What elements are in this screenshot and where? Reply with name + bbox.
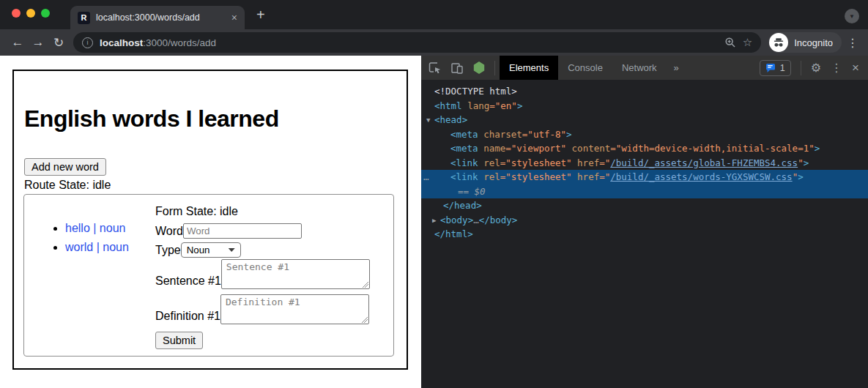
url-path: :3000/words/add	[143, 37, 216, 48]
definition-textarea[interactable]	[220, 294, 369, 324]
search-tabs-button[interactable]: ▼	[845, 9, 859, 23]
words-panel: hello | noun world | noun Form State: id…	[23, 194, 394, 357]
word-link[interactable]: hello | noun	[65, 222, 125, 234]
url-host: localhost	[100, 37, 143, 48]
tab-title: localhost:3000/words/add	[96, 12, 226, 23]
code-line[interactable]: ▶<body>…</body>	[421, 213, 868, 228]
close-window-button[interactable]	[12, 9, 21, 18]
minimize-window-button[interactable]	[26, 9, 35, 18]
chevron-down-icon: ▼	[849, 13, 855, 20]
site-info-icon[interactable]: i	[82, 37, 93, 48]
chevron-down-icon	[229, 248, 235, 252]
form-state-text: Form State: idle	[155, 205, 387, 218]
list-item: world | noun	[65, 238, 155, 257]
device-toolbar-icon[interactable]	[450, 61, 464, 75]
definition-label: Definition #1	[155, 308, 220, 324]
devtools-toolbar: Elements Console Network » 1	[421, 56, 868, 80]
url-text: localhost:3000/words/add	[100, 37, 216, 48]
devtools-code: <!DOCTYPE html><html lang="en">▼<head><m…	[421, 80, 868, 388]
browser-window: R localhost:3000/words/add × + ▼ ← → ↻ i…	[0, 0, 868, 388]
browser-menu-icon[interactable]: ⋮	[845, 36, 861, 50]
word-link[interactable]: world | noun	[65, 241, 129, 253]
code-line[interactable]: <meta charset="utf-8">	[421, 127, 868, 142]
devtools-panel: Elements Console Network » 1	[421, 56, 868, 388]
sentence-textarea[interactable]	[221, 259, 370, 289]
divider	[494, 61, 495, 75]
issues-count: 1	[780, 63, 785, 73]
devtools-menu-icon[interactable]: ⋮	[831, 62, 842, 74]
type-label: Type	[155, 243, 181, 258]
inspect-element-icon[interactable]	[429, 61, 442, 75]
code-line[interactable]: <!DOCTYPE html>	[421, 84, 868, 99]
expand-arrow-icon[interactable]: ▶	[432, 214, 440, 228]
divider	[801, 61, 801, 75]
settings-gear-icon[interactable]: ⚙	[811, 62, 821, 74]
tab-strip: R localhost:3000/words/add × + ▼	[0, 0, 868, 29]
type-select-value: Noun	[187, 245, 210, 255]
list-item: hello | noun	[65, 219, 155, 238]
incognito-badge[interactable]: Incognito	[768, 32, 842, 53]
forward-button[interactable]: →	[28, 35, 48, 50]
extension-hexagon-icon[interactable]	[472, 61, 486, 75]
back-button[interactable]: ←	[7, 35, 28, 50]
code-line[interactable]: </head>	[421, 198, 868, 213]
window-controls	[12, 9, 50, 18]
more-actions-icon[interactable]: …	[423, 170, 429, 184]
issues-counter[interactable]: 1	[760, 60, 791, 76]
type-select[interactable]: Noun	[181, 242, 241, 258]
add-new-word-button[interactable]: Add new word	[24, 158, 106, 176]
more-tabs-icon[interactable]: »	[667, 62, 686, 73]
incognito-label: Incognito	[794, 37, 833, 48]
fullscreen-window-button[interactable]	[41, 9, 50, 18]
word-list: hello | noun world | noun	[36, 205, 155, 356]
bookmark-star-icon[interactable]: ☆	[743, 36, 752, 49]
content-area: English words I learned Add new word Rou…	[0, 56, 868, 388]
expand-arrow-icon[interactable]: ▼	[426, 113, 434, 128]
code-line[interactable]: ▼<head>	[421, 113, 868, 127]
reload-button[interactable]: ↻	[48, 35, 69, 51]
address-bar[interactable]: i localhost:3000/words/add ☆	[73, 32, 761, 53]
code-line[interactable]: <link rel="stylesheet" href="/build/_ass…	[421, 156, 868, 171]
add-word-form: Form State: idle Word Type Noun Sentence	[155, 205, 387, 356]
page-title: English words I learned	[24, 105, 279, 133]
incognito-icon	[769, 33, 788, 52]
browser-tab[interactable]: R localhost:3000/words/add ×	[70, 6, 245, 29]
zoom-icon[interactable]	[724, 37, 736, 48]
new-tab-button[interactable]: +	[256, 7, 265, 23]
code-line[interactable]: <html lang="en">	[421, 99, 868, 113]
code-line[interactable]: <meta name="viewport" content="width=dev…	[421, 141, 868, 156]
code-line[interactable]: == $0	[421, 184, 868, 199]
devtools-close-icon[interactable]: ×	[852, 61, 859, 74]
web-page: English words I learned Add new word Rou…	[0, 56, 421, 388]
route-state-text: Route State: idle	[24, 179, 111, 192]
code-line[interactable]: </html>	[421, 227, 868, 242]
issue-bubble-icon	[765, 63, 776, 73]
remix-favicon-icon: R	[78, 12, 90, 24]
sentence-label: Sentence #1	[155, 273, 221, 289]
tab-close-icon[interactable]: ×	[231, 12, 237, 23]
tab-network[interactable]: Network	[612, 56, 667, 80]
submit-button[interactable]: Submit	[155, 332, 203, 349]
word-input[interactable]	[183, 223, 302, 239]
code-line[interactable]: …<link rel="stylesheet" href="/build/_as…	[421, 170, 868, 184]
tab-elements[interactable]: Elements	[500, 56, 558, 80]
browser-toolbar: ← → ↻ i localhost:3000/words/add ☆	[0, 29, 868, 56]
tab-console[interactable]: Console	[558, 56, 612, 80]
word-label: Word	[155, 224, 183, 239]
